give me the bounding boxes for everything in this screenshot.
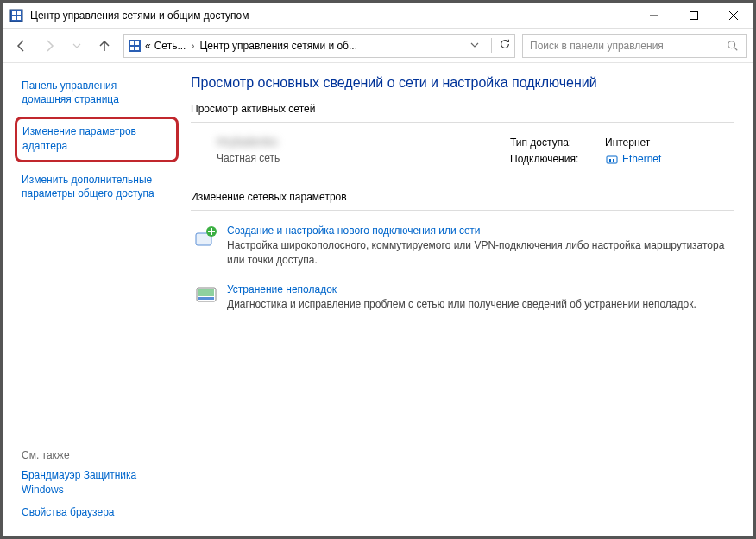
svg-rect-1 [12, 11, 16, 15]
svg-rect-12 [130, 47, 134, 50]
search-placeholder: Поиск в панели управления [530, 40, 727, 52]
svg-rect-17 [609, 159, 611, 162]
up-button[interactable] [92, 34, 117, 58]
close-button[interactable] [714, 3, 753, 29]
svg-rect-18 [613, 159, 614, 162]
see-also-label: См. также [22, 449, 177, 461]
svg-rect-3 [12, 16, 16, 20]
sidebar-link-sharing-settings[interactable]: Изменить дополнительные параметры общего… [22, 171, 175, 202]
location-icon [128, 39, 142, 53]
chevron-right-icon[interactable]: › [189, 40, 196, 52]
access-type-label: Тип доступа: [510, 135, 605, 151]
app-icon [9, 9, 23, 22]
highlight-annotation: Изменение параметров адаптера [15, 117, 179, 162]
task-troubleshoot-desc: Диагностика и исправление проблем с сеть… [227, 297, 696, 312]
svg-rect-22 [198, 289, 214, 296]
sidebar-link-adapter-settings[interactable]: Изменение параметров адаптера [22, 123, 171, 154]
svg-point-14 [728, 41, 735, 48]
task-new-connection-desc: Настройка широкополосного, коммутируемог… [227, 238, 734, 268]
svg-rect-10 [130, 41, 134, 45]
connections-label: Подключения: [510, 151, 605, 172]
new-connection-icon [194, 225, 218, 249]
address-bar[interactable]: « Сеть... › Центр управления сетями и об… [123, 34, 515, 58]
troubleshoot-icon [194, 283, 218, 308]
change-settings-legend: Изменение сетевых параметров [191, 191, 734, 206]
refresh-button[interactable] [491, 38, 511, 53]
change-settings-section: Изменение сетевых параметров Создание и … [191, 191, 734, 321]
svg-line-15 [734, 47, 738, 50]
breadcrumb-root[interactable]: Сеть... [154, 40, 186, 52]
svg-rect-2 [17, 11, 21, 15]
active-networks-section: Просмотр активных сетей Hrybalenko Частн… [191, 103, 734, 175]
window-frame: Центр управления сетями и общим доступом [0, 0, 756, 539]
breadcrumb-prefix: « [145, 40, 151, 52]
sidebar: Панель управления — домашняя страница Из… [3, 63, 184, 536]
task-troubleshoot-link[interactable]: Устранение неполадок [227, 283, 337, 295]
breadcrumb-current[interactable]: Центр управления сетями и об... [199, 40, 357, 52]
network-type: Частная сеть [217, 152, 510, 164]
connection-name: Ethernet [622, 151, 661, 168]
sidebar-link-home[interactable]: Панель управления — домашняя страница [22, 77, 175, 108]
recent-dropdown[interactable] [65, 34, 89, 58]
svg-rect-11 [135, 41, 139, 45]
task-new-connection-link[interactable]: Создание и настройка нового подключения … [227, 225, 481, 237]
svg-rect-6 [690, 11, 698, 19]
page-title: Просмотр основных сведений о сети и наст… [191, 75, 734, 91]
ethernet-icon [605, 153, 619, 167]
network-name: Hrybalenko [217, 135, 510, 149]
connection-link[interactable]: Ethernet [605, 151, 661, 168]
forward-button[interactable] [37, 34, 61, 58]
search-input[interactable]: Поиск в панели управления [522, 34, 747, 58]
maximize-button[interactable] [674, 3, 714, 29]
svg-rect-16 [607, 156, 617, 163]
task-new-connection: Создание и настройка нового подключения … [191, 219, 734, 278]
address-dropdown[interactable] [467, 40, 482, 52]
sidebar-link-browser-properties[interactable]: Свойства браузера [22, 504, 177, 521]
svg-rect-23 [198, 297, 214, 300]
window-title: Центр управления сетями и общим доступом [30, 10, 634, 22]
back-button[interactable] [9, 34, 34, 58]
search-icon [727, 40, 739, 52]
minimize-button[interactable] [634, 3, 674, 29]
titlebar: Центр управления сетями и общим доступом [3, 3, 753, 29]
main-panel: Просмотр основных сведений о сети и наст… [184, 63, 753, 536]
see-also-section: См. также Брандмауэр Защитника Windows С… [22, 449, 177, 521]
active-networks-legend: Просмотр активных сетей [191, 103, 734, 118]
svg-rect-13 [135, 47, 139, 50]
svg-rect-4 [17, 16, 21, 20]
access-type-value: Интернет [605, 135, 650, 151]
sidebar-link-firewall[interactable]: Брандмауэр Защитника Windows [22, 466, 177, 498]
task-troubleshoot: Устранение неполадок Диагностика и испра… [191, 278, 734, 322]
content-area: Панель управления — домашняя страница Из… [3, 63, 753, 536]
toolbar: « Сеть... › Центр управления сетями и об… [3, 29, 753, 63]
